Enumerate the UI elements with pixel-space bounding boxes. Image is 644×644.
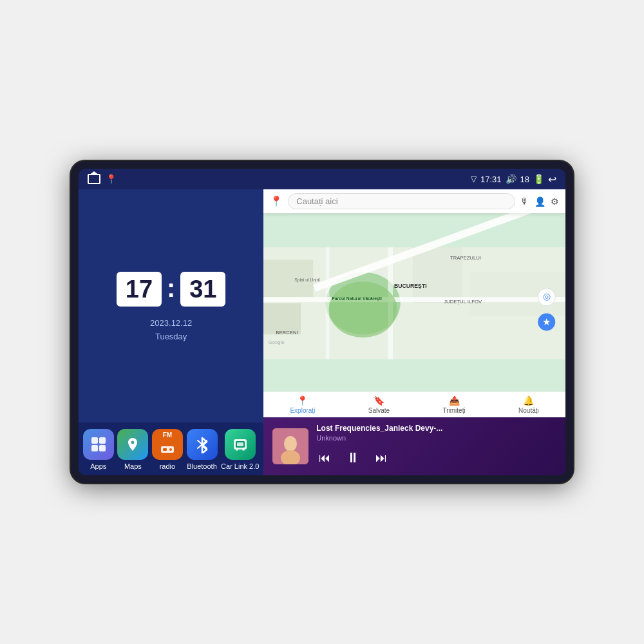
apps-icon	[83, 429, 114, 460]
home-icon[interactable]	[88, 174, 100, 184]
status-left: 📍	[88, 174, 117, 184]
clock-digits: 17 : 31	[117, 272, 225, 307]
music-thumbnail	[272, 428, 308, 464]
status-bar: 📍 ▽ 17:31 🔊 18 🔋 ↩	[79, 169, 565, 189]
map-footer: 📍 Explorați 🔖 Salvate 📤 Trimiteți	[263, 392, 565, 417]
music-thumb-art	[272, 428, 308, 464]
clock-hours: 17	[117, 272, 162, 307]
battery-level: 18	[520, 175, 529, 184]
map-explore-btn[interactable]: 📍 Explorați	[290, 395, 315, 414]
device-screen: 📍 ▽ 17:31 🔊 18 🔋 ↩	[79, 169, 565, 475]
prev-btn[interactable]: ⏮	[316, 449, 333, 468]
svg-rect-19	[263, 297, 565, 302]
svg-rect-0	[91, 437, 98, 444]
volume-icon[interactable]: 🔊	[506, 174, 516, 184]
music-info: Lost Frequencies_Janieck Devy-... Unknow…	[316, 424, 556, 469]
map-saved-btn[interactable]: 🔖 Salvate	[368, 395, 390, 414]
app-item-apps[interactable]: Apps	[83, 429, 114, 470]
svg-text:◎: ◎	[543, 292, 551, 301]
bluetooth-icon	[187, 429, 218, 460]
music-controls: ⏮ ⏸ ⏭	[316, 447, 556, 469]
app-item-maps[interactable]: Maps	[117, 429, 148, 470]
app-item-bluetooth[interactable]: Bluetooth	[187, 429, 218, 470]
clock-widget: 17 : 31 2023.12.12 Tuesday	[79, 189, 263, 422]
music-widget: Lost Frequencies_Janieck Devy-... Unknow…	[263, 417, 565, 475]
carlink-label: Car Link 2.0	[221, 462, 259, 470]
svg-point-10	[236, 448, 238, 451]
map-header: 📍 Cautați aici 🎙 👤 ⚙	[263, 189, 565, 213]
maps-label: Maps	[124, 462, 142, 470]
svg-rect-1	[99, 437, 106, 444]
svg-text:BUCUREȘTI: BUCUREȘTI	[394, 283, 427, 289]
gps-icon: ▽	[471, 175, 477, 184]
svg-rect-21	[326, 247, 330, 359]
clock-minutes: 31	[180, 272, 225, 307]
mic-icon[interactable]: 🎙	[520, 196, 529, 207]
settings-icon[interactable]: ⚙	[551, 196, 559, 207]
left-panel: 17 : 31 2023.12.12 Tuesday	[79, 189, 263, 475]
status-time: 17:31	[480, 175, 502, 184]
maps-icon	[117, 429, 148, 460]
app-item-carlink[interactable]: Car Link 2.0	[221, 429, 259, 470]
svg-text:BERCENI: BERCENI	[276, 330, 298, 336]
music-title: Lost Frequencies_Janieck Devy-...	[316, 424, 556, 433]
google-maps-pin: 📍	[270, 195, 283, 207]
svg-text:★: ★	[542, 316, 551, 327]
device-outer: 📍 ▽ 17:31 🔊 18 🔋 ↩	[71, 161, 573, 483]
music-artist: Unknown	[316, 434, 556, 442]
clock-date: 2023.12.12 Tuesday	[150, 317, 192, 344]
map-bg: BUCUREȘTI JUDEȚUL ILFOV BERCENI Parcul N…	[263, 213, 565, 394]
svg-rect-2	[91, 445, 98, 451]
main-content: 17 : 31 2023.12.12 Tuesday	[79, 189, 565, 475]
radio-label: radio	[160, 462, 175, 470]
svg-text:Google: Google	[269, 339, 285, 345]
radio-icon: FM	[152, 429, 183, 460]
svg-point-6	[169, 448, 172, 451]
clock-colon: :	[167, 274, 175, 303]
svg-point-11	[242, 448, 245, 451]
svg-rect-5	[163, 448, 167, 451]
right-panel: 📍 Cautați aici 🎙 👤 ⚙	[263, 189, 565, 475]
svg-text:JUDEȚUL ILFOV: JUDEȚUL ILFOV	[444, 299, 483, 305]
map-widget[interactable]: 📍 Cautați aici 🎙 👤 ⚙	[263, 189, 565, 417]
device-wrapper: 📍 ▽ 17:31 🔊 18 🔋 ↩	[71, 161, 573, 483]
play-pause-btn[interactable]: ⏸	[343, 447, 363, 469]
svg-rect-9	[237, 442, 243, 446]
map-pin-icon: 📍	[106, 174, 117, 184]
bluetooth-label: Bluetooth	[187, 462, 216, 470]
svg-point-22	[329, 281, 397, 337]
back-icon[interactable]: ↩	[548, 173, 556, 185]
carlink-icon	[225, 429, 256, 460]
battery-icon: 🔋	[533, 174, 544, 184]
svg-text:Parcul Natural Văcărești: Parcul Natural Văcărești	[332, 296, 383, 301]
map-search-input[interactable]: Cautați aici	[288, 193, 515, 209]
map-share-btn[interactable]: 📤 Trimiteți	[443, 395, 466, 414]
status-right: ▽ 17:31 🔊 18 🔋 ↩	[471, 173, 556, 185]
svg-text:Splai ul Unirii: Splai ul Unirii	[295, 278, 321, 283]
svg-point-35	[284, 436, 297, 451]
app-item-radio[interactable]: FM radio	[152, 429, 183, 470]
apps-label: Apps	[90, 462, 106, 470]
account-icon[interactable]: 👤	[535, 196, 545, 207]
map-news-btn[interactable]: 🔔 Noutăți	[518, 395, 539, 414]
svg-text:TRAPEZULUI: TRAPEZULUI	[450, 255, 481, 261]
apps-bar: Apps Maps FM	[79, 422, 263, 475]
svg-rect-3	[99, 445, 106, 451]
next-btn[interactable]: ⏭	[373, 449, 390, 468]
map-header-icons: 🎙 👤 ⚙	[520, 196, 559, 207]
